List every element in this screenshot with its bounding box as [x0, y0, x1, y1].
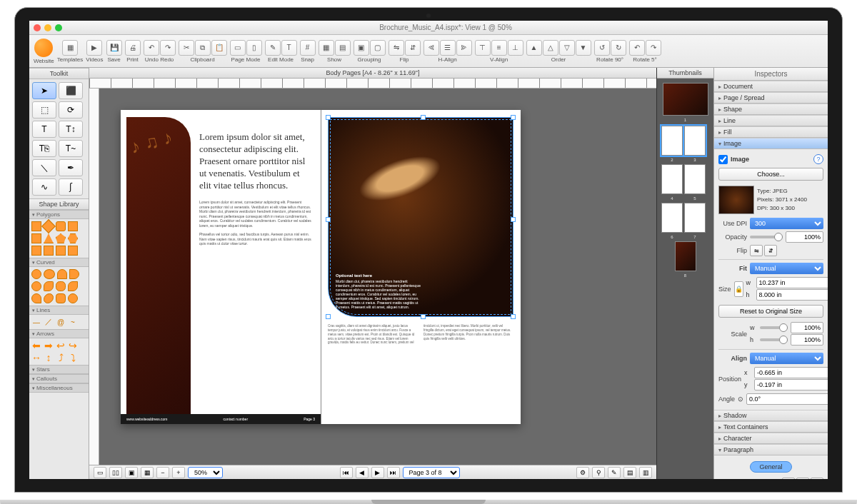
resize-handle-n[interactable] [421, 115, 426, 120]
resize-handle-se[interactable] [511, 314, 516, 319]
undo-button[interactable]: ↶ [144, 40, 159, 56]
window-close-button[interactable] [34, 24, 41, 31]
window-zoom-button[interactable] [55, 24, 62, 31]
shape-spiral[interactable]: @ [56, 317, 66, 327]
scale-w-input[interactable] [791, 322, 824, 333]
image-section[interactable]: Image [714, 138, 828, 149]
freehand-tool[interactable]: ʃ [59, 178, 83, 196]
scale-h-input[interactable] [791, 334, 824, 346]
arrows-section[interactable]: Arrows [29, 329, 89, 338]
shape-poly1[interactable] [44, 246, 54, 256]
misc-section[interactable]: Miscellaneous [29, 383, 89, 393]
resize-handle-e[interactable] [511, 217, 516, 222]
shape-heart[interactable] [44, 293, 54, 303]
videos-button[interactable]: ▶ [86, 40, 102, 56]
website-button[interactable] [34, 39, 53, 57]
flip-h-button[interactable]: ⇋ [389, 40, 404, 56]
shape-circle[interactable] [31, 269, 41, 279]
shape-hexagon[interactable] [68, 233, 78, 243]
image-enable-checkbox[interactable] [718, 155, 728, 164]
rotate90-cw-button[interactable]: ↻ [611, 40, 626, 56]
shape-roundrect[interactable] [56, 221, 66, 231]
flip-h-button[interactable]: ⇋ [750, 245, 763, 256]
shape-rect[interactable] [31, 221, 41, 231]
choose-image-button[interactable]: Choose... [718, 168, 823, 181]
curve-tool[interactable]: ∿ [32, 178, 56, 196]
size-w-input[interactable] [756, 277, 828, 288]
text-containers-section[interactable]: Text Containers [714, 421, 828, 433]
window-minimize-button[interactable] [44, 24, 51, 31]
music-graphic[interactable] [126, 117, 191, 424]
path-text-tool[interactable]: T~ [59, 140, 83, 157]
page-select[interactable]: Page 3 of 8 [403, 467, 460, 478]
editmode-2-button[interactable]: T [281, 40, 297, 56]
thumbnail-4[interactable]: 4 [661, 164, 683, 194]
paragraph-section[interactable]: Paragraph [714, 444, 828, 455]
shape-pentagon[interactable] [56, 233, 66, 243]
valign-t-button[interactable]: ⊤ [475, 40, 491, 56]
save-button[interactable]: 💾 [106, 40, 122, 56]
shape-triangle[interactable] [44, 233, 54, 243]
pos-y-input[interactable] [754, 379, 828, 390]
shape-drop[interactable] [31, 293, 41, 303]
redo-button[interactable]: ↷ [160, 40, 176, 56]
halign-r-button[interactable]: ⫸ [456, 40, 472, 56]
curved-section[interactable]: Curved [29, 258, 89, 267]
print-button[interactable]: 🖨 [125, 40, 141, 56]
shape-oct[interactable] [31, 246, 41, 256]
lines-section[interactable]: Lines [29, 306, 89, 315]
shape-ring[interactable] [31, 281, 41, 291]
flip-v-button[interactable]: ⇵ [764, 245, 777, 256]
templates-button[interactable]: ▦ [62, 40, 78, 56]
flip-v-button[interactable]: ⇵ [405, 40, 421, 56]
line-section[interactable]: Line [714, 115, 828, 126]
rotate-tool[interactable]: ⟳ [59, 101, 83, 119]
resize-handle-w[interactable] [326, 217, 331, 222]
opacity-input[interactable] [786, 231, 824, 243]
align-right-button[interactable]: ≡ [811, 478, 823, 479]
page-last-button[interactable]: ⏭ [387, 467, 400, 478]
shadow-section[interactable]: Shadow [714, 410, 828, 421]
shape-trap[interactable] [31, 233, 41, 243]
document-section[interactable]: Document [714, 81, 828, 92]
resize-handle-s[interactable] [421, 314, 426, 319]
opt-1-button[interactable]: ⚙ [576, 467, 589, 478]
page-columns[interactable]: Cras sagittis, diam sit amet dignissim a… [328, 324, 513, 345]
shape-parallelogram[interactable] [68, 221, 78, 231]
shape-wave[interactable]: ~ [68, 317, 78, 327]
order-last-button[interactable]: ▼ [576, 40, 591, 56]
show-1-button[interactable]: ▦ [319, 40, 334, 56]
rotate5-ccw-button[interactable]: ↶ [629, 40, 645, 56]
rotate5-cw-button[interactable]: ↷ [646, 40, 661, 56]
opt-2-button[interactable]: ⚲ [592, 467, 605, 478]
size-h-input[interactable] [756, 289, 828, 301]
callouts-section[interactable]: Callouts [29, 374, 89, 383]
shape-arrow-r[interactable]: ➡ [44, 341, 54, 351]
shape-arrow-bent2[interactable]: ⤵ [68, 353, 78, 363]
thumbnail-5[interactable]: 5 [684, 164, 706, 194]
shape-arrow-bent[interactable]: ⤴ [56, 353, 66, 363]
shape-arrow-curve[interactable]: ↩ [56, 341, 66, 351]
cut-button[interactable]: ✂ [179, 40, 194, 56]
thumbnail-6[interactable]: 6 [661, 203, 683, 233]
thumbnail-3[interactable]: 3 [684, 126, 706, 156]
rotate90-ccw-button[interactable]: ↺ [594, 40, 610, 56]
pos-x-input[interactable] [754, 367, 828, 378]
opt-5-button[interactable]: ▥ [639, 467, 652, 478]
fill-section[interactable]: Fill [714, 126, 828, 138]
align-left-button[interactable]: ≡ [782, 478, 795, 479]
shape-leaf[interactable] [68, 281, 78, 291]
dpi-select[interactable]: 300 [750, 218, 823, 229]
fit-select[interactable]: Manual [750, 263, 823, 274]
text-tool[interactable]: T [32, 121, 56, 138]
thumbnail-8[interactable]: 8 [675, 241, 696, 271]
polygons-section[interactable]: Polygons [29, 210, 89, 219]
view-facing-button[interactable]: ▯▯ [109, 467, 122, 478]
select-tool[interactable]: ➤ [32, 82, 56, 99]
zoom-in-button[interactable]: + [172, 467, 185, 478]
right-page[interactable]: Optional text here Morbi diam dui, phare… [321, 110, 521, 424]
page-prev-button[interactable]: ◀ [356, 467, 369, 478]
stars-section[interactable]: Stars [29, 365, 89, 374]
zoom-select[interactable]: 50% [188, 467, 223, 478]
opt-3-button[interactable]: ✎ [608, 467, 621, 478]
